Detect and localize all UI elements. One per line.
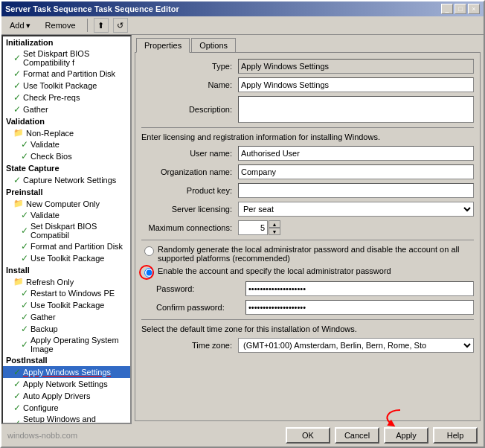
maximize-button[interactable]: □ — [455, 4, 466, 14]
tree-item[interactable]: ✓Backup — [3, 323, 130, 335]
tree-item[interactable]: ✓Apply Network Settings — [3, 378, 130, 390]
radio1-input[interactable] — [144, 246, 154, 256]
tree-section-preinstall: Preinstall — [3, 186, 130, 198]
cancel-button[interactable]: Cancel — [335, 427, 379, 444]
help-button[interactable]: Help — [433, 427, 478, 444]
type-input[interactable] — [238, 59, 474, 74]
tree-item-label: Refresh Only — [26, 278, 74, 287]
name-input[interactable] — [238, 77, 474, 92]
tree-item[interactable]: ✓Check Bios — [3, 150, 130, 162]
check-icon: ✓ — [13, 367, 21, 377]
tree-item-label: Format and Partition Disk — [23, 69, 115, 78]
tree-item[interactable]: ✓Restart to Windows PE — [3, 287, 130, 299]
name-label: Name: — [141, 80, 238, 89]
ok-button[interactable]: OK — [286, 427, 330, 444]
tree-item[interactable]: ✓Configure — [3, 402, 130, 414]
password-label: Password: — [156, 284, 245, 293]
tree-item[interactable]: ✓Gather — [3, 311, 130, 323]
tree-item[interactable]: ✓Gather — [3, 103, 130, 115]
close-button[interactable]: × — [468, 4, 480, 14]
tree-item[interactable]: ✓Apply Windows Settings — [3, 366, 130, 378]
maxconnections-spinner: ▲ ▼ — [238, 220, 280, 235]
apply-button[interactable]: Apply — [384, 427, 428, 444]
productkey-label: Product key: — [141, 186, 238, 195]
bottom-buttons: OK Cancel Apply Help — [286, 427, 478, 444]
radio2-row: Enable the account and specify the local… — [141, 266, 474, 278]
tree-item-label: Auto Apply Drivers — [23, 391, 90, 400]
name-row: Name: — [141, 77, 474, 92]
tree-item-label: Restart to Windows PE — [30, 289, 115, 298]
check-icon: ✓ — [13, 68, 21, 79]
tree-item-label: Use Toolkit Package — [23, 81, 97, 90]
check-icon: ✓ — [21, 139, 28, 150]
confirmpassword-input[interactable] — [245, 300, 474, 315]
tree-item[interactable]: ✓Use Toolkit Package — [3, 80, 130, 92]
orgname-label: Organization name: — [141, 167, 238, 176]
tree-section-validation: Validation — [3, 115, 130, 127]
divider-2 — [141, 240, 474, 240]
username-input[interactable] — [238, 146, 474, 161]
tree-item[interactable]: ✓Capture Network Settings — [3, 174, 130, 186]
spinner-down[interactable]: ▼ — [269, 228, 280, 235]
tree-item[interactable]: ✓Auto Apply Drivers — [3, 390, 130, 402]
username-row: User name: — [141, 146, 474, 161]
tree-item[interactable]: ✓Apply Operating System Image — [3, 335, 130, 354]
check-icon: ✓ — [13, 80, 21, 91]
tree-item[interactable]: ✓Validate — [3, 138, 130, 150]
tree-item-label: Use Toolkit Package — [30, 301, 104, 310]
spinner-up[interactable]: ▲ — [269, 220, 280, 228]
description-input[interactable] — [238, 96, 474, 123]
serverlicensing-row: Server licensing: Per seat Per server — [141, 202, 474, 217]
confirmpassword-label: Confirm password: — [156, 303, 245, 312]
divider-1 — [141, 127, 474, 128]
serverlicensing-select[interactable]: Per seat Per server — [238, 202, 474, 217]
check-icon: ✓ — [13, 53, 21, 63]
tree-item[interactable]: ✓Use Toolkit Package — [3, 252, 130, 264]
check-icon: ✓ — [21, 210, 28, 220]
spinner-buttons: ▲ ▼ — [269, 220, 280, 235]
timezone-select[interactable]: (GMT+01:00) Amsterdam, Berlin, Bern, Rom… — [238, 338, 474, 353]
remove-label: Remove — [45, 21, 76, 30]
tab-bar: Properties Options — [132, 35, 484, 52]
check-icon: ✓ — [13, 418, 21, 424]
toolbar-icon-2[interactable]: ↺ — [113, 18, 128, 33]
tree-item[interactable]: ✓Format and Partition Disk — [3, 68, 130, 80]
tree-item[interactable]: ✓Setup Windows and ConfigMgr — [3, 414, 130, 424]
productkey-input[interactable] — [238, 183, 474, 198]
tree-item-label: Non-Replace — [26, 129, 74, 138]
add-label: Add — [10, 21, 25, 30]
tree-item-label: Set Diskpart BIOS Compatibil — [30, 222, 127, 240]
remove-button[interactable]: Remove — [40, 19, 81, 32]
tree-item[interactable]: 📁Refresh Only — [3, 276, 130, 287]
orgname-row: Organization name: — [141, 164, 474, 179]
tree-item[interactable]: ✓Set Diskpart BIOS Compatibility f — [3, 48, 130, 68]
tab-options[interactable]: Options — [191, 38, 236, 52]
tree-item[interactable]: 📁New Computer Only — [3, 198, 130, 209]
check-icon: ✓ — [21, 300, 28, 310]
divider-3 — [141, 319, 474, 320]
tree-item[interactable]: ✓Set Diskpart BIOS Compatibil — [3, 221, 130, 240]
check-icon: ✓ — [21, 339, 28, 350]
check-icon: ✓ — [21, 241, 28, 252]
tree-item[interactable]: ✓Validate — [3, 209, 130, 221]
tree-item[interactable]: 📁Non-Replace — [3, 127, 130, 138]
tree-item-label: Configure — [23, 403, 59, 412]
window-controls: _ □ × — [441, 4, 480, 14]
maxconnections-input[interactable] — [238, 220, 268, 235]
toolbar-icon-1[interactable]: ⬆ — [94, 18, 109, 33]
minimize-button[interactable]: _ — [441, 4, 453, 14]
toolbar-separator — [87, 19, 88, 32]
title-bar: Server Task Sequence Task Sequence Edito… — [1, 1, 484, 16]
tab-properties[interactable]: Properties — [136, 38, 190, 53]
tree-item[interactable]: ✓Format and Partition Disk — [3, 240, 130, 252]
tree-item[interactable]: ✓Check Pre-reqs — [3, 92, 130, 103]
check-icon: ✓ — [21, 151, 28, 161]
radio2-label: Enable the account and specify the local… — [158, 266, 474, 275]
add-button[interactable]: Add ▾ — [4, 19, 36, 33]
tree-item[interactable]: ✓Use Toolkit Package — [3, 299, 130, 311]
tree-item-label: Backup — [30, 324, 58, 333]
watermark: windows-nobb.com — [7, 429, 77, 441]
radio2-input[interactable] — [144, 268, 154, 278]
password-input[interactable] — [245, 281, 474, 296]
orgname-input[interactable] — [238, 164, 474, 179]
